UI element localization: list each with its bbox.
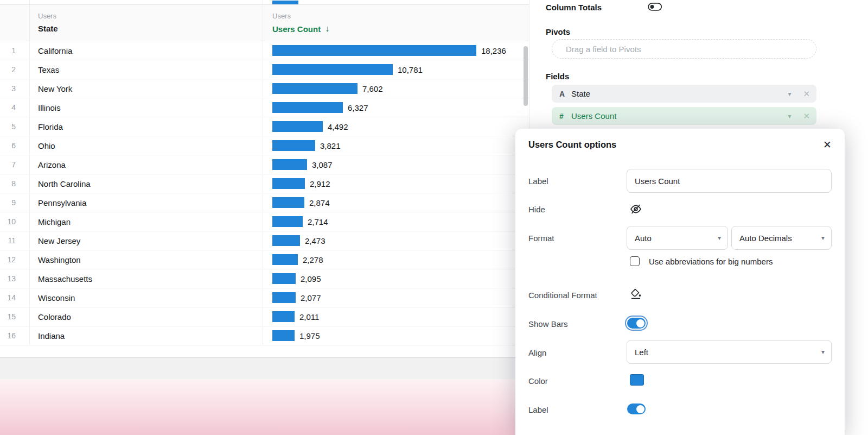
count-cell: 4,492 [263,117,529,136]
count-label: 10,781 [398,65,423,74]
row-number: 3 [0,79,30,98]
row-number: 16 [0,326,30,345]
table-body: 1California18,2362Texas10,7813New York7,… [0,41,529,345]
state-cell: Massachusetts [30,269,263,288]
state-cell: Ohio [30,136,263,155]
count-cell: 2,011 [263,307,529,326]
state-cell: North Carolina [30,174,263,193]
count-bar [272,216,303,227]
table-row[interactable]: 9Pennsylvania2,874 [0,193,529,212]
remove-field-icon[interactable]: ✕ [803,111,810,121]
modal-title: Users Count options [528,140,616,150]
label-toggle[interactable] [627,404,646,414]
chevron-down-icon: ▾ [821,234,825,242]
chevron-down-icon: ▾ [821,348,825,356]
table-header: Users State Users Users Count ↓ [0,4,529,41]
bar-color-swatch[interactable] [630,374,644,386]
users-count-options-modal: Users Count options ✕ Label Hide Format … [515,129,845,435]
chevron-down-icon[interactable]: ▾ [788,90,791,98]
count-label: 2,912 [310,179,330,188]
column-label: Users Count [272,24,321,34]
state-cell: Arizona [30,155,263,174]
show-bars-label: Show Bars [528,319,568,329]
table-row[interactable]: 10Michigan2,714 [0,212,529,231]
field-pill-users-count[interactable]: # Users Count ▾ ✕ [552,107,816,125]
count-label: 18,236 [481,46,506,55]
row-number: 10 [0,212,30,231]
table-footer-bar [0,357,529,379]
state-cell: Illinois [30,98,263,117]
table-row[interactable]: 8North Carolina2,912 [0,174,529,193]
count-label: 2,095 [301,274,321,283]
table-row[interactable]: 3New York7,602 [0,79,529,98]
state-cell: Indiana [30,326,263,345]
decimals-select-value: Auto Decimals [739,234,792,243]
field-pill-label: State [571,89,788,98]
count-bar [272,83,358,94]
count-label: 2,714 [308,217,328,226]
label-row-label: Label [528,176,548,186]
abbreviations-label: Use abbreviations for big numbers [649,257,773,266]
count-label: 2,874 [309,198,330,207]
label-input[interactable] [627,169,832,193]
count-bar [272,140,315,151]
count-label: 4,492 [328,122,348,131]
number-field-icon: # [559,112,571,121]
table-row[interactable]: 2Texas10,781 [0,60,529,79]
state-cell: Washington [30,250,263,269]
count-cell: 2,077 [263,288,529,307]
table-row[interactable]: 11New Jersey2,473 [0,231,529,250]
row-number: 15 [0,307,30,326]
table-row[interactable]: 4Illinois6,327 [0,98,529,117]
table-row[interactable]: 16Indiana1,975 [0,326,529,345]
table-row[interactable]: 12Washington2,278 [0,250,529,269]
sort-desc-icon[interactable]: ↓ [325,24,329,34]
users-count-column-header[interactable]: Users Users Count ↓ [263,5,529,41]
fill-bucket-icon[interactable] [629,287,642,302]
pivots-drop-zone[interactable]: Drag a field to Pivots [552,39,816,59]
align-select[interactable]: Left ▾ [627,340,832,364]
row-number-header [0,5,30,41]
count-cell: 1,975 [263,326,529,345]
count-bar [272,159,307,170]
count-label: 3,087 [312,160,333,169]
table-row[interactable]: 13Massachusetts2,095 [0,269,529,288]
table-row[interactable]: 5Florida4,492 [0,117,529,136]
field-pill-state[interactable]: A State ▾ ✕ [552,85,816,103]
eye-off-icon[interactable] [629,203,642,218]
decimals-select[interactable]: Auto Decimals ▾ [731,226,832,250]
remove-field-icon[interactable]: ✕ [803,89,810,99]
row-number: 11 [0,231,30,250]
count-cell: 3,087 [263,155,529,174]
count-cell: 18,236 [263,41,529,60]
chevron-down-icon[interactable]: ▾ [788,112,791,120]
row-number: 13 [0,269,30,288]
table-row[interactable]: 15Colorado2,011 [0,307,529,326]
toggle-knob [636,405,644,413]
table-row[interactable]: 7Arizona3,087 [0,155,529,174]
count-label: 3,821 [320,141,341,150]
row-number: 6 [0,136,30,155]
app: Users State Users Users Count ↓ 1Califor… [0,0,868,435]
row-number: 9 [0,193,30,212]
format-select[interactable]: Auto ▾ [627,226,728,250]
close-icon[interactable]: ✕ [823,138,832,151]
show-bars-toggle[interactable] [627,318,646,329]
format-row-label: Format [528,234,554,243]
abbreviations-checkbox[interactable] [630,256,640,266]
count-bar [272,330,295,341]
table-row[interactable]: 1California18,236 [0,41,529,60]
label-toggle-label: Label [528,405,548,414]
row-number: 14 [0,288,30,307]
row-number: 8 [0,174,30,193]
column-totals-toggle-icon[interactable] [648,2,662,14]
state-cell: California [30,41,263,60]
table-row[interactable]: 6Ohio3,821 [0,136,529,155]
state-column-header[interactable]: Users State [30,5,263,41]
count-label: 7,602 [362,84,383,93]
count-label: 2,077 [301,293,321,302]
chevron-down-icon: ▾ [718,234,721,242]
table-row[interactable]: 14Wisconsin2,077 [0,288,529,307]
vertical-scrollbar-thumb[interactable] [524,46,528,106]
state-cell: Texas [30,60,263,79]
